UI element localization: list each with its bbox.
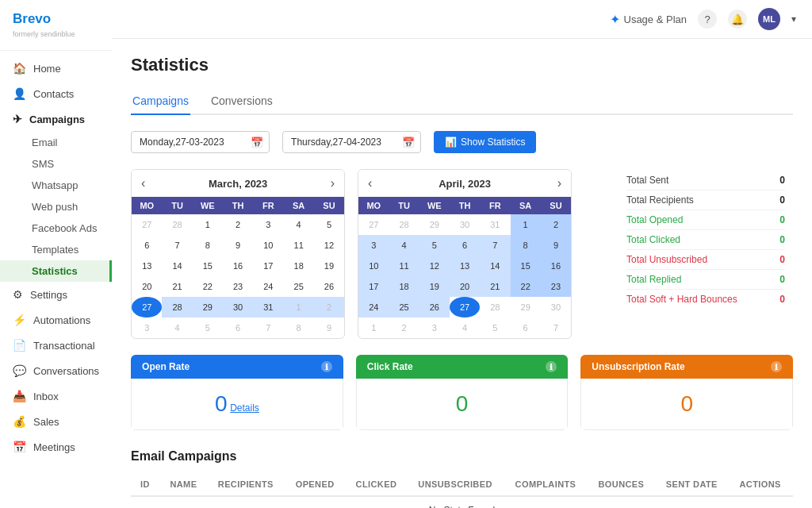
show-stats-button[interactable]: 📊 Show Statistics (434, 131, 536, 153)
calendar-day[interactable]: 21 (162, 276, 192, 297)
cal-prev-button[interactable]: ‹ (368, 176, 372, 190)
calendar-day[interactable]: 25 (389, 297, 419, 318)
help-icon[interactable]: ? (698, 10, 717, 29)
calendar-day[interactable]: 15 (193, 256, 223, 276)
sidebar-item-sales[interactable]: 💰 Sales (0, 409, 112, 434)
calendar-day[interactable]: 22 (193, 276, 223, 297)
tab-conversions[interactable]: Conversions (209, 88, 274, 115)
user-menu-chevron[interactable]: ▾ (791, 13, 796, 25)
calendar-day[interactable]: 24 (253, 276, 283, 297)
sidebar-item-whatsapp[interactable]: Whatsapp (0, 175, 112, 196)
calendar-day[interactable]: 27 (132, 214, 162, 235)
calendar-day[interactable]: 2 (389, 318, 419, 338)
calendar-day[interactable]: 29 (419, 214, 450, 235)
calendar-day[interactable]: 9 (314, 318, 344, 338)
calendar-day[interactable]: 2 (541, 214, 571, 235)
calendar-day[interactable]: 3 (419, 318, 450, 338)
calendar-day[interactable]: 6 (511, 318, 541, 338)
calendar-day[interactable]: 7 (541, 318, 571, 338)
calendar-day[interactable]: 24 (358, 297, 389, 318)
cal-next-button[interactable]: › (331, 176, 335, 190)
sidebar-item-facebook-ads[interactable]: Facebook Ads (0, 217, 112, 239)
calendar-day[interactable]: 13 (450, 256, 480, 276)
sidebar-item-statistics[interactable]: Statistics (0, 260, 112, 282)
calendar-day[interactable]: 12 (314, 235, 344, 256)
end-date-input[interactable] (282, 131, 421, 153)
calendar-day[interactable]: 2 (223, 214, 253, 235)
calendar-day[interactable]: 22 (511, 276, 541, 297)
start-date-input[interactable] (131, 131, 270, 153)
calendar-day[interactable]: 3 (253, 214, 283, 235)
calendar-day[interactable]: 10 (253, 235, 283, 256)
calendar-day[interactable]: 20 (132, 276, 162, 297)
calendar-day[interactable]: 4 (162, 318, 192, 338)
sidebar-item-email[interactable]: Email (0, 132, 112, 153)
sidebar-item-inbox[interactable]: 📥 Inbox (0, 383, 112, 409)
calendar-day[interactable]: 13 (132, 256, 162, 276)
calendar-day[interactable]: 14 (162, 256, 192, 276)
calendar-day[interactable]: 11 (284, 235, 314, 256)
calendar-day[interactable]: 26 (419, 297, 450, 318)
calendar-day[interactable]: 21 (480, 276, 510, 297)
sidebar-item-settings[interactable]: ⚙ Settings (0, 282, 112, 307)
calendar-day[interactable]: 28 (389, 214, 419, 235)
calendar-day[interactable]: 1 (193, 214, 223, 235)
calendar-day[interactable]: 8 (511, 235, 541, 256)
sidebar-item-automations[interactable]: ⚡ Automations (0, 307, 112, 333)
calendar-day[interactable]: 1 (358, 318, 389, 338)
calendar-day[interactable]: 19 (419, 276, 450, 297)
sidebar-item-webpush[interactable]: Web push (0, 196, 112, 217)
calendar-day[interactable]: 29 (511, 297, 541, 318)
calendar-day[interactable]: 16 (223, 256, 253, 276)
calendar-day[interactable]: 9 (541, 235, 571, 256)
calendar-day[interactable]: 26 (314, 276, 344, 297)
calendar-day[interactable]: 5 (314, 214, 344, 235)
calendar-day[interactable]: 27 (132, 297, 162, 318)
calendar-day[interactable]: 17 (253, 256, 283, 276)
calendar-day[interactable]: 12 (419, 256, 450, 276)
rate-details-link[interactable]: Details (230, 402, 259, 414)
sidebar-item-transactional[interactable]: 📄 Transactional (0, 333, 112, 358)
sidebar-item-meetings[interactable]: 📅 Meetings (0, 434, 112, 460)
calendar-day[interactable]: 30 (223, 297, 253, 318)
calendar-day[interactable]: 1 (284, 297, 314, 318)
calendar-day[interactable]: 29 (193, 297, 223, 318)
rate-info-icon[interactable]: ℹ (546, 361, 557, 372)
cal-next-button[interactable]: › (557, 176, 561, 190)
calendar-day[interactable]: 27 (450, 297, 480, 318)
calendar-day[interactable]: 15 (511, 256, 541, 276)
calendar-day[interactable]: 18 (284, 256, 314, 276)
calendar-day[interactable]: 14 (480, 256, 510, 276)
calendar-day[interactable]: 28 (162, 297, 192, 318)
calendar-day[interactable]: 28 (480, 297, 510, 318)
calendar-day[interactable]: 8 (284, 318, 314, 338)
calendar-day[interactable]: 7 (480, 235, 510, 256)
calendar-day[interactable]: 5 (480, 318, 510, 338)
calendar-day[interactable]: 5 (193, 318, 223, 338)
calendar-day[interactable]: 23 (541, 276, 571, 297)
sidebar-item-conversations[interactable]: 💬 Conversations (0, 358, 112, 383)
calendar-day[interactable]: 7 (253, 318, 283, 338)
usage-plan-button[interactable]: ✦ Usage & Plan (610, 12, 688, 27)
sidebar-item-campaigns[interactable]: ✈ Campaigns (0, 106, 112, 132)
calendar-day[interactable]: 30 (541, 297, 571, 318)
calendar-day[interactable]: 11 (389, 256, 419, 276)
calendar-day[interactable]: 7 (162, 235, 192, 256)
calendar-day[interactable]: 28 (162, 214, 192, 235)
calendar-day[interactable]: 1 (511, 214, 541, 235)
calendar-day[interactable]: 23 (223, 276, 253, 297)
calendar-day[interactable]: 18 (389, 276, 419, 297)
calendar-day[interactable]: 10 (358, 256, 389, 276)
calendar-day[interactable]: 4 (284, 214, 314, 235)
sidebar-item-home[interactable]: 🏠 Home (0, 56, 112, 81)
calendar-day[interactable]: 3 (132, 318, 162, 338)
calendar-day[interactable]: 31 (480, 214, 510, 235)
calendar-day[interactable]: 30 (450, 214, 480, 235)
calendar-day[interactable]: 20 (450, 276, 480, 297)
calendar-day[interactable]: 6 (132, 235, 162, 256)
avatar[interactable]: ML (758, 8, 780, 30)
calendar-day[interactable]: 3 (358, 235, 389, 256)
calendar-day[interactable]: 6 (223, 318, 253, 338)
cal-prev-button[interactable]: ‹ (141, 176, 145, 190)
calendar-day[interactable]: 16 (541, 256, 571, 276)
